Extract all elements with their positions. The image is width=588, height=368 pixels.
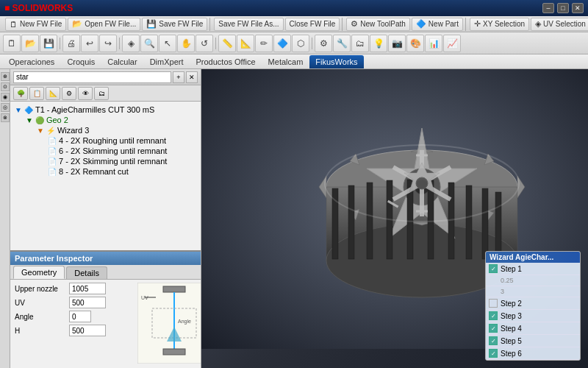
svg-text:Angle: Angle	[178, 319, 191, 325]
param-tab-geometry[interactable]: Geometry	[13, 266, 65, 279]
side-btn-3[interactable]: ◉	[1, 93, 10, 102]
menu-dimxpert[interactable]: DimXpert	[144, 55, 190, 68]
tree-tab-properties[interactable]: 📋	[29, 87, 44, 100]
wizard-val-2: 3	[486, 286, 580, 297]
new-doc-icon-btn[interactable]: 🗒	[3, 35, 21, 52]
tree-node-wizard[interactable]: ▼ ⚡ Wizard 3	[12, 125, 199, 135]
param-body: Upper nozzle UV Angle	[10, 280, 201, 368]
save-icon: 💾	[146, 19, 157, 29]
new-part-button[interactable]: 🔷 New Part	[412, 18, 463, 31]
open-doc-icon-btn[interactable]: 📂	[21, 35, 39, 52]
tree-node-op-2[interactable]: 📄 6 - 2X Skimming until remnant	[12, 146, 199, 156]
wizard-val-1: 0.25	[486, 275, 580, 286]
wizard-step-4[interactable]: ✓ Step 4	[486, 322, 580, 335]
save-doc-icon-btn[interactable]: 💾	[40, 35, 57, 52]
wizard-step-1[interactable]: ✓ Step 1	[486, 263, 580, 275]
assembly-icon-btn[interactable]: ⬡	[292, 35, 309, 52]
gear-icon-btn[interactable]: ⚙	[315, 35, 332, 52]
close-button[interactable]: ✕	[572, 3, 584, 13]
tree-tab-display[interactable]: 👁	[78, 87, 93, 100]
save-fw-file-button[interactable]: 💾 Save FW File	[142, 18, 207, 31]
side-btn-5[interactable]: ⊗	[1, 113, 10, 122]
tree-tab-cam[interactable]: ⚙	[62, 87, 76, 100]
side-btn-2[interactable]: ⊙	[1, 82, 10, 91]
undo-icon-btn[interactable]: ↩	[81, 35, 98, 52]
svg-rect-1	[163, 286, 185, 292]
upper-nozzle-input[interactable]	[69, 283, 106, 294]
left-sidebar: ⊕ ⊙ ◉ ◎ ⊗ + ✕ 🌳 📋 �	[0, 69, 201, 368]
tree-node-geo[interactable]: ▼ 🟢 Geo 2	[12, 115, 199, 125]
wizard-check-1: ✓	[489, 264, 498, 273]
new-fw-file-button[interactable]: 🗒 New FW File	[5, 18, 66, 31]
menu-calcular[interactable]: Calcular	[101, 55, 143, 68]
uv-label: UV	[15, 299, 66, 307]
new-toolpath-button[interactable]: ⚙ New ToolPath	[346, 18, 410, 31]
wizard-step-2[interactable]: Step 2	[486, 297, 580, 310]
move-icon-btn[interactable]: ✋	[177, 35, 195, 52]
svg-rect-3	[163, 349, 185, 355]
side-btn-4[interactable]: ◎	[1, 103, 10, 112]
menu-operaciones[interactable]: Operaciones	[3, 55, 60, 68]
open-fw-file-button[interactable]: 📂 Open FW File...	[68, 18, 140, 31]
tree-tab-features[interactable]: 🌳	[13, 87, 28, 100]
wizard-tree-icon: ⚡	[46, 127, 55, 135]
op3-icon: 📄	[48, 158, 57, 166]
menu-productos-office[interactable]: Productos Office	[190, 55, 261, 68]
tree-node-op-4[interactable]: 📄 8 - 2X Remnant cut	[12, 166, 199, 177]
print-icon-btn[interactable]: 🖨	[62, 35, 80, 52]
render-icon-btn[interactable]: 🎨	[406, 35, 424, 52]
redo-icon-btn[interactable]: ↪	[99, 35, 117, 52]
wizard-step-3[interactable]: ✓ Step 3	[486, 310, 580, 322]
wizard-expand-icon: ▼	[37, 127, 44, 135]
geo-expand-icon: ▼	[26, 116, 33, 124]
wizard-check-4: ✓	[489, 324, 498, 333]
simulation-icon-btn[interactable]: 📊	[425, 35, 442, 52]
tree-close-button[interactable]: ✕	[186, 71, 198, 83]
select-icon-btn[interactable]: ↖	[159, 35, 176, 52]
wizard-panel-title: Wizard AgieChar...	[486, 252, 580, 263]
svg-rect-27	[348, 185, 354, 259]
op4-icon: 📄	[48, 168, 57, 176]
save-as-button[interactable]: Save FW File As...	[214, 18, 283, 31]
uv-icon: ◈	[535, 19, 541, 29]
tree-node-op-3[interactable]: 📄 7 - 2X Skimming until remnant	[12, 156, 199, 166]
wizard-step-6[interactable]: ✓ Step 6	[486, 347, 580, 360]
feature-icon-btn[interactable]: 🔷	[273, 35, 291, 52]
settings-icon-btn[interactable]: 🔧	[333, 35, 351, 52]
param-tab-details[interactable]: Details	[66, 266, 107, 279]
menu-fikusworks[interactable]: FikusWorks	[309, 55, 363, 68]
angle-row: Angle	[15, 311, 133, 322]
h-input[interactable]	[69, 325, 106, 336]
file-group: 🗒 New FW File 📂 Open FW File... 💾 Save F…	[3, 18, 210, 31]
minimize-button[interactable]: –	[542, 3, 554, 13]
sketch-icon-btn[interactable]: ✏	[255, 35, 273, 52]
dimension-icon-btn[interactable]: 📐	[237, 35, 254, 52]
light-icon-btn[interactable]: 💡	[370, 35, 387, 52]
close-fw-button[interactable]: Close FW File	[285, 18, 340, 31]
layers-icon-btn[interactable]: 🗂	[351, 35, 369, 52]
side-btn-1[interactable]: ⊕	[1, 72, 10, 81]
tree-node-root[interactable]: ▼ 🔷 T1 - AgieCharmilles CUT 300 mS	[12, 105, 199, 115]
zoom-icon-btn[interactable]: 🔍	[140, 35, 158, 52]
tree-search-input[interactable]	[13, 71, 171, 83]
camera-icon-btn[interactable]: 📷	[388, 35, 406, 52]
analysis-icon-btn[interactable]: 📈	[443, 35, 461, 52]
maximize-button[interactable]: □	[557, 3, 569, 13]
rotate-icon-btn[interactable]: ↺	[196, 35, 213, 52]
xy-selection-button[interactable]: ✛ XY Selection	[470, 18, 529, 31]
tree-node-op-1[interactable]: 📄 4 - 2X Roughing until remnant	[12, 135, 199, 146]
uv-input[interactable]	[69, 297, 106, 308]
tree-tab-cad[interactable]: 📐	[46, 87, 60, 100]
measure-icon-btn[interactable]: 📏	[218, 35, 236, 52]
tree-expand-button[interactable]: +	[173, 71, 184, 83]
angle-input[interactable]	[69, 311, 91, 322]
menu-metalcam[interactable]: Metalcam	[262, 55, 309, 68]
3d-view-icon-btn[interactable]: ◈	[122, 35, 140, 52]
menubar: Operaciones Croquis Calcular DimXpert Pr…	[0, 54, 588, 69]
menu-croquis[interactable]: Croquis	[61, 55, 101, 68]
param-fields: Upper nozzle UV Angle	[15, 283, 133, 365]
tree-tab-layers[interactable]: 🗂	[94, 87, 109, 100]
uv-selection-button[interactable]: ◈ UV Selection	[531, 18, 588, 31]
wizard-step-5[interactable]: ✓ Step 5	[486, 335, 580, 347]
h-row: H	[15, 325, 133, 336]
